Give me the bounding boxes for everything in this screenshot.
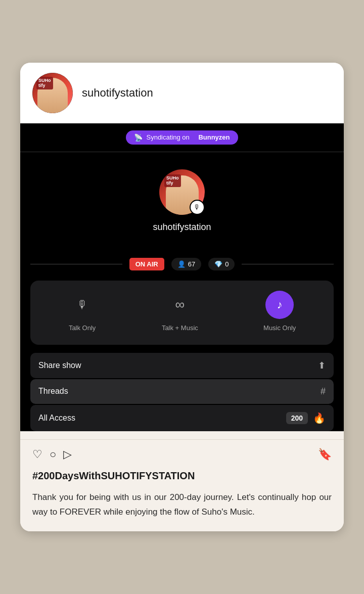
mode-music-only[interactable]: ♪ Music Only: [263, 291, 296, 332]
share-show-row[interactable]: Share show ⬆: [30, 353, 334, 378]
on-air-bar: ON AIR 👤 67 💎 0: [20, 258, 344, 270]
show-section: SUHotify 🎙 suhotifystation: [20, 152, 344, 243]
show-avatar-wrap: SUHotify 🎙: [159, 169, 205, 215]
threads-row[interactable]: Threads #: [30, 379, 334, 404]
listener-count: 67: [188, 260, 195, 268]
mode-talk-music[interactable]: ∞ Talk + Music: [162, 291, 198, 332]
heart-icon[interactable]: ♡: [32, 448, 42, 461]
syndicate-label: Syndicating on: [146, 133, 189, 141]
on-air-line-right: [242, 264, 334, 264]
share-show-right: ⬆: [318, 360, 326, 371]
post-action-left: ♡ ○ ▷: [32, 448, 72, 461]
mode-options: 🎙 Talk Only ∞ Talk + Music ♪ Music Only: [35, 291, 329, 332]
all-access-row[interactable]: All Access 200 🔥: [30, 405, 334, 431]
gems-pill: 💎 0: [208, 258, 235, 270]
avatar: SUHotify: [32, 73, 73, 113]
music-only-label: Music Only: [263, 324, 296, 332]
syndicate-bar: 📡 Syndicating on Bunnyzen: [20, 123, 344, 152]
fire-icon: 🔥: [313, 412, 326, 424]
comment-icon[interactable]: ○: [50, 448, 56, 461]
syndicate-brand: Bunnyzen: [198, 133, 230, 141]
talk-only-label: Talk Only: [69, 324, 96, 332]
post-section: ♡ ○ ▷ 🔖 #200DaysWithSUHOTIFYSTATION Than…: [20, 439, 344, 532]
show-avatar-label: SUHotify: [164, 174, 181, 188]
syndicate-badge: 📡 Syndicating on Bunnyzen: [126, 130, 238, 145]
avatar-label: SUHotify: [36, 77, 53, 90]
share-icon: ⬆: [318, 360, 326, 371]
main-card: SUHotify suhotifystation 📡 Syndicating o…: [20, 63, 344, 532]
action-rows: Share show ⬆ Threads # All Access 200 🔥: [30, 353, 334, 431]
profile-header: SUHotify suhotifystation: [20, 63, 344, 123]
threads-label: Threads: [38, 387, 68, 396]
all-access-count: 200: [286, 412, 308, 424]
talk-music-label: Talk + Music: [162, 324, 198, 332]
mic-mute-badge: 🎙: [190, 200, 205, 215]
all-access-right: 200 🔥: [286, 412, 326, 424]
post-hashtag: #200DaysWithSUHOTIFYSTATION: [32, 469, 332, 482]
bookmark-icon[interactable]: 🔖: [318, 448, 332, 461]
all-access-label: All Access: [38, 414, 75, 423]
person-icon: 👤: [177, 260, 186, 268]
hash-icon: #: [321, 386, 326, 397]
show-username: suhotifystation: [153, 222, 211, 233]
talk-only-btn[interactable]: 🎙: [68, 291, 97, 319]
share-show-label: Share show: [38, 361, 81, 370]
on-air-line-left: [30, 264, 122, 264]
gem-icon: 💎: [214, 260, 222, 268]
post-text: Thank you for being with us in our 200-d…: [32, 490, 332, 520]
gems-count: 0: [225, 260, 229, 268]
on-air-badge: ON AIR: [129, 258, 164, 270]
radio-icon: 📡: [134, 133, 143, 142]
mode-talk-only[interactable]: 🎙 Talk Only: [68, 291, 97, 332]
music-only-btn[interactable]: ♪: [265, 291, 294, 319]
threads-right: #: [321, 386, 326, 397]
dark-section: 📡 Syndicating on Bunnyzen SUHotify 🎙 suh…: [20, 123, 344, 431]
mic-mute-icon: 🎙: [194, 203, 201, 211]
listeners-pill: 👤 67: [171, 258, 201, 270]
profile-username: suhotifystation: [82, 86, 153, 100]
talk-music-btn[interactable]: ∞: [166, 291, 194, 319]
mode-selector: 🎙 Talk Only ∞ Talk + Music ♪ Music Only: [30, 281, 334, 345]
share-post-icon[interactable]: ▷: [63, 448, 72, 461]
post-actions: ♡ ○ ▷ 🔖: [32, 448, 332, 461]
